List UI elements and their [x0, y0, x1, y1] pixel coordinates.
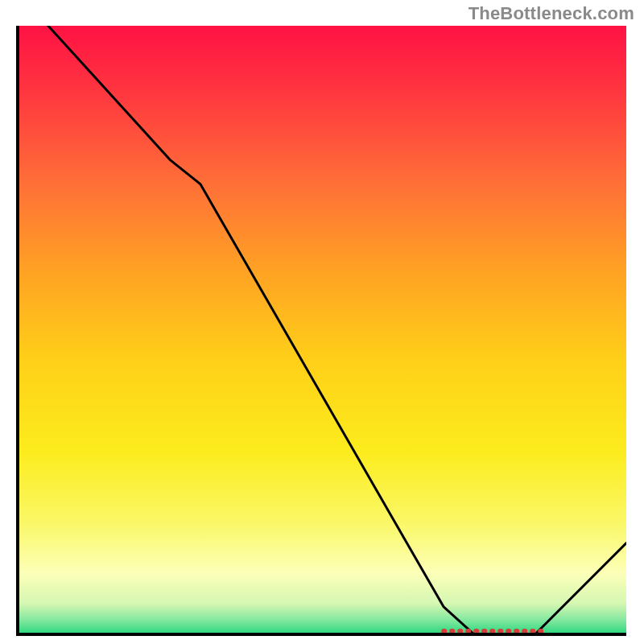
plot-area — [16, 24, 628, 636]
chart-svg — [16, 24, 628, 636]
chart-container: TheBottleneck.com — [0, 0, 644, 644]
watermark-text: TheBottleneck.com — [469, 3, 634, 24]
chart-background — [18, 26, 626, 634]
